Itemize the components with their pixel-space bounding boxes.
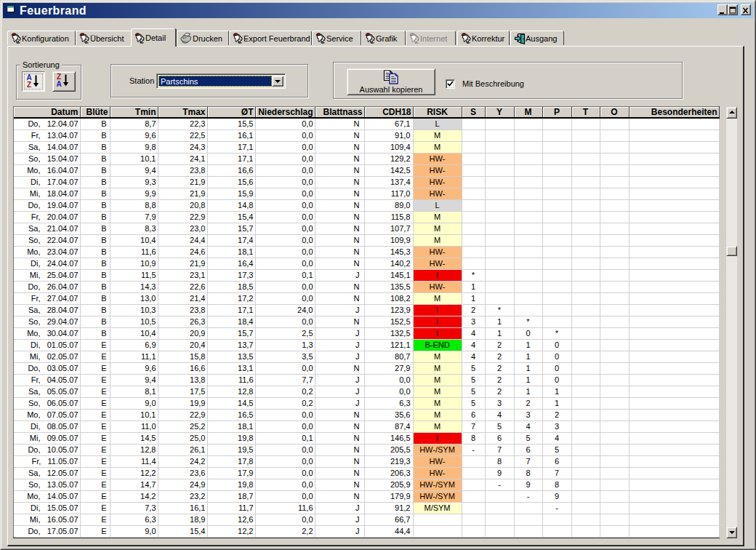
svg-text:Z: Z	[27, 81, 31, 89]
svg-text:A: A	[56, 80, 61, 88]
